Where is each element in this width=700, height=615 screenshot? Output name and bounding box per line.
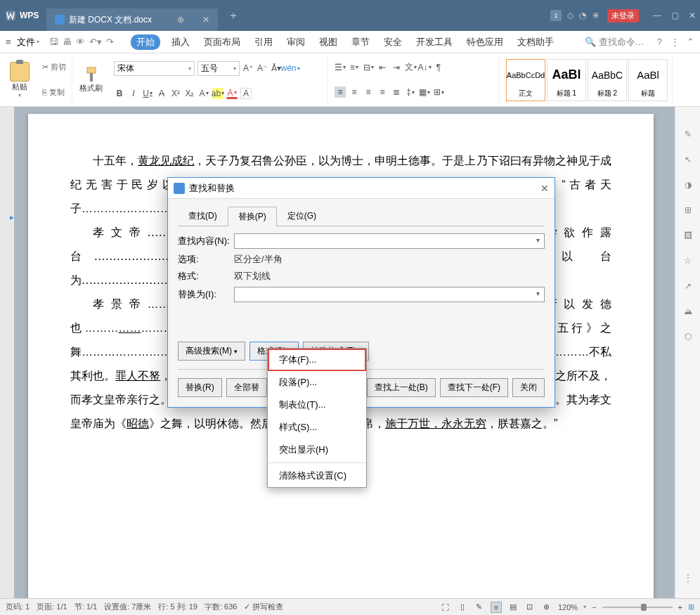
menu-tabs[interactable]: 制表位(T)...: [268, 394, 366, 416]
menu-paragraph[interactable]: 段落(P)...: [268, 371, 366, 394]
bullets-button[interactable]: ☰: [335, 62, 346, 73]
underline-button[interactable]: U: [142, 88, 153, 99]
qat-redo-icon[interactable]: ↷: [106, 37, 114, 47]
copy-button[interactable]: ⎘ 复制: [41, 86, 67, 98]
sb-gear-icon[interactable]: ⬡: [682, 330, 694, 343]
find-next-button[interactable]: 查找下一处(F): [440, 378, 508, 397]
style-body[interactable]: AaBbCcDd正文: [506, 59, 545, 101]
command-search[interactable]: 🔍 查找命令…: [581, 34, 649, 50]
replace-input[interactable]: [234, 287, 545, 302]
sb-image-icon[interactable]: 🖾: [682, 229, 694, 242]
collapse-ribbon-icon[interactable]: ⌃: [687, 37, 694, 47]
zoom-in-button[interactable]: +: [678, 603, 682, 611]
tab-developer[interactable]: 开发工具: [413, 34, 455, 50]
sb-layout-icon[interactable]: ⊞: [682, 204, 694, 216]
new-tab-button[interactable]: ＋: [228, 8, 239, 23]
tab-pagelayout[interactable]: 页面布局: [201, 34, 243, 50]
sb-mountain-icon[interactable]: ⛰: [682, 305, 694, 318]
align-left-button[interactable]: ≡: [335, 86, 346, 98]
qat-save-icon[interactable]: 🖫: [49, 37, 58, 47]
status-setvalue[interactable]: 设置值: 7厘米: [104, 602, 151, 612]
login-button[interactable]: 未登录: [607, 9, 639, 22]
status-line-col[interactable]: 行: 5 列: 19: [158, 602, 197, 612]
settings-icon[interactable]: ⛯: [592, 11, 600, 20]
tab-security[interactable]: 安全: [381, 34, 405, 50]
font-color-button[interactable]: A: [226, 88, 238, 99]
minimize-icon[interactable]: —: [653, 11, 661, 20]
increase-indent-button[interactable]: ⇥: [391, 62, 402, 73]
text-direction-button[interactable]: 文: [405, 62, 416, 73]
tab-review[interactable]: 审阅: [284, 34, 308, 50]
style-gallery[interactable]: AaBbCcDd正文 AaBl标题 1 AaBbC标题 2 AaBl标题: [502, 56, 673, 103]
paste-button[interactable]: 粘贴▾: [6, 56, 34, 103]
status-spellcheck[interactable]: ✓ 拼写检查: [244, 602, 283, 612]
view-outline-icon[interactable]: ▤: [507, 602, 519, 613]
tab-replace[interactable]: 替换(P): [228, 207, 277, 226]
grow-font-icon[interactable]: A⁺: [242, 63, 254, 74]
view-fullscreen-icon[interactable]: ⛶: [440, 602, 451, 613]
status-page[interactable]: 页面: 1/1: [37, 602, 67, 612]
numbering-button[interactable]: ≡: [349, 62, 360, 73]
file-menu[interactable]: 文件▾: [14, 34, 42, 50]
document-tab[interactable]: 新建 DOCX 文档.docx ⊕ ✕: [46, 8, 218, 31]
dialog-close-icon[interactable]: ✕: [540, 183, 549, 194]
format-painter-button[interactable]: 格式刷: [75, 56, 107, 103]
superscript-button[interactable]: X²: [170, 88, 181, 99]
replace-button[interactable]: 替换(R): [178, 378, 222, 397]
sb-shape-icon[interactable]: ◑: [682, 179, 694, 191]
line-spacing-button[interactable]: ‡: [405, 86, 416, 98]
sb-star-icon[interactable]: ☆: [682, 254, 694, 267]
more-icon[interactable]: ⋮: [670, 37, 680, 47]
zoom-value[interactable]: 120%: [558, 603, 578, 611]
tab-special[interactable]: 特色应用: [464, 34, 506, 50]
tab-insert[interactable]: 插入: [169, 34, 193, 50]
decrease-indent-button[interactable]: ⇤: [377, 62, 388, 73]
qat-preview-icon[interactable]: 👁: [76, 37, 85, 47]
menu-highlight[interactable]: 突出显示(H): [268, 439, 366, 461]
notification-badge[interactable]: 1: [550, 10, 562, 21]
menu-font[interactable]: 字体(F)...: [268, 349, 366, 371]
tab-dochelper[interactable]: 文档助手: [514, 34, 557, 50]
align-justify-button[interactable]: ≡: [377, 86, 388, 98]
align-distribute-button[interactable]: ≣: [391, 86, 402, 98]
fit-page-icon[interactable]: ⊞: [688, 602, 694, 611]
view-zoom-icon[interactable]: ⊕: [541, 602, 552, 613]
dialog-titlebar[interactable]: 查找和替换 ✕: [168, 178, 555, 199]
help-icon[interactable]: ?: [657, 37, 662, 47]
view-draft-icon[interactable]: ⊡: [524, 602, 536, 613]
status-wordcount[interactable]: 字数: 636: [205, 602, 237, 612]
menu-style[interactable]: 样式(S)...: [268, 416, 366, 439]
replace-all-button[interactable]: 全部替: [226, 378, 267, 397]
char-border-button[interactable]: A: [240, 88, 252, 99]
align-center-button[interactable]: ≡: [349, 86, 360, 98]
tab-section[interactable]: 章节: [349, 34, 372, 50]
outline-button[interactable]: ⊟: [363, 62, 374, 73]
zoom-out-button[interactable]: −: [592, 603, 596, 611]
shading-button[interactable]: ▦: [419, 86, 430, 98]
close-window-icon[interactable]: ✕: [689, 11, 696, 20]
tab-find[interactable]: 查找(D): [178, 206, 228, 226]
tab-references[interactable]: 引用: [252, 34, 276, 50]
text-effect-button[interactable]: A: [198, 88, 209, 99]
italic-button[interactable]: I: [128, 88, 139, 99]
advanced-search-button[interactable]: 高级搜索(M): [178, 342, 245, 361]
find-input[interactable]: [234, 233, 545, 249]
bold-button[interactable]: B: [114, 88, 125, 99]
view-reading-icon[interactable]: ▯: [457, 602, 468, 613]
strike-button[interactable]: A: [156, 88, 167, 99]
status-pageno[interactable]: 页码: 1: [6, 602, 30, 612]
sb-cursor-icon[interactable]: ↖: [682, 153, 694, 166]
menu-clear-format[interactable]: 清除格式设置(C): [268, 465, 366, 487]
align-right-button[interactable]: ≡: [363, 86, 374, 98]
cut-button[interactable]: ✂ 剪切: [41, 61, 67, 73]
zoom-slider[interactable]: [602, 607, 673, 608]
font-size-combo[interactable]: 五号▾: [197, 61, 240, 76]
shrink-font-icon[interactable]: A⁻: [257, 63, 268, 74]
borders-button[interactable]: ⊞: [433, 86, 444, 98]
style-h1[interactable]: AaBl标题 1: [547, 59, 586, 101]
sb-more-icon[interactable]: ⋮: [682, 571, 694, 584]
vertical-ruler[interactable]: [0, 107, 14, 598]
sort-button[interactable]: A↓: [419, 62, 430, 73]
qat-undo-icon[interactable]: ↶▾: [89, 37, 102, 47]
qat-print-icon[interactable]: 🖶: [63, 37, 72, 47]
